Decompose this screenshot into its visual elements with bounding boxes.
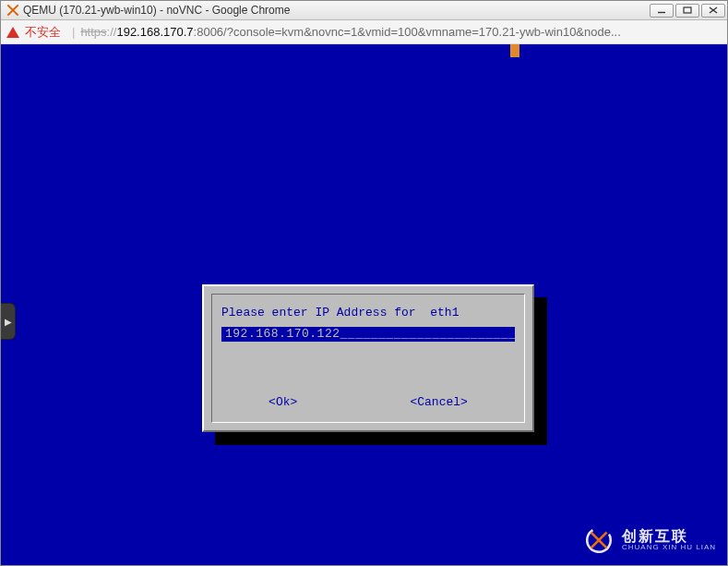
vnc-viewport[interactable]: ▶ Please enter IP Address for eth1 192.1… (1, 44, 727, 565)
cursor-marker (510, 44, 519, 57)
dialog-inner: Please enter IP Address for eth1 192.168… (211, 294, 525, 423)
maximize-button[interactable] (675, 4, 699, 18)
ip-input-value: 192.168.170.122 (225, 327, 340, 341)
watermark-en: CHUANG XIN HU LIAN (622, 544, 716, 552)
dialog-prompt: Please enter IP Address for eth1 (221, 306, 515, 319)
close-button[interactable] (701, 4, 725, 18)
url-rest: :8006/?console=kvm&novnc=1&vmid=100&vmna… (194, 25, 621, 39)
address-bar[interactable]: 不安全 | https://192.168.170.7:8006/?consol… (1, 20, 727, 44)
cancel-button[interactable]: <Cancel> (410, 395, 467, 409)
url-protocol-sep: :// (107, 25, 117, 39)
app-icon (6, 4, 19, 17)
ip-dialog: Please enter IP Address for eth1 192.168… (202, 284, 534, 432)
ip-input-pad: _______________________ (340, 327, 517, 341)
minimize-button[interactable] (650, 4, 674, 18)
watermark-cn: 创新互联 (622, 528, 716, 545)
dialog-buttons: <Ok> <Cancel> (212, 395, 524, 409)
svg-rect-1 (684, 7, 691, 13)
novnc-panel-toggle[interactable]: ▶ (1, 303, 16, 340)
separator: | (72, 25, 75, 39)
warning-icon (6, 27, 19, 38)
ip-input[interactable]: 192.168.170.122_______________________ (221, 327, 515, 342)
watermark-text: 创新互联 CHUANG XIN HU LIAN (622, 528, 716, 552)
window-titlebar: QEMU (170.21-ywb-win10) - noVNC - Google… (1, 1, 727, 20)
insecure-label: 不安全 (25, 24, 61, 41)
url-host: 192.168.170.7 (116, 25, 193, 39)
tui-dialog-wrap: Please enter IP Address for eth1 192.168… (202, 284, 534, 432)
watermark: 创新互联 CHUANG XIN HU LIAN (583, 524, 716, 556)
chevron-right-icon: ▶ (5, 317, 12, 327)
window-title: QEMU (170.21-ywb-win10) - noVNC - Google… (23, 4, 290, 17)
url-protocol: https (80, 25, 106, 39)
ok-button[interactable]: <Ok> (269, 395, 297, 409)
watermark-logo-icon (583, 524, 615, 556)
